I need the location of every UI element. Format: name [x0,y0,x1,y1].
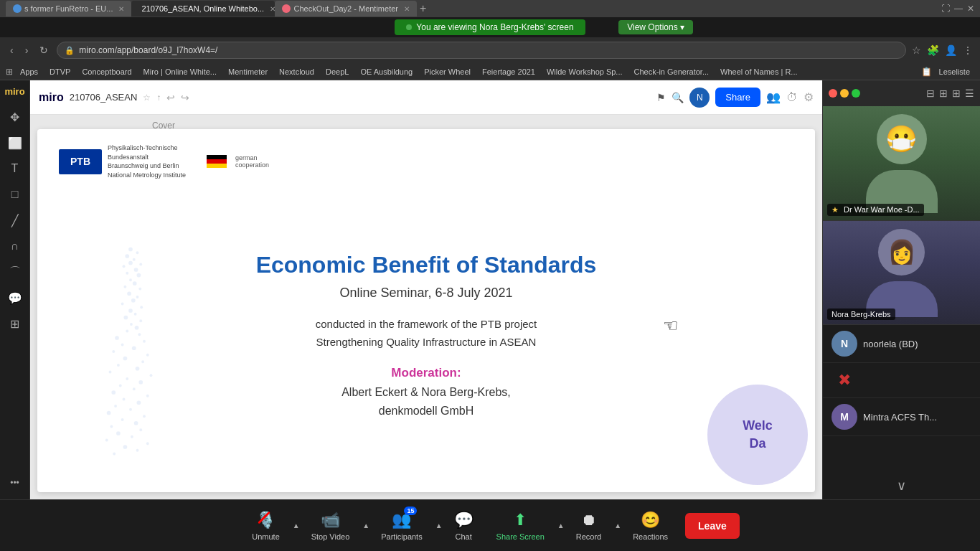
bookmark-apps[interactable]: Apps [16,66,42,77]
record-arrow[interactable]: ▲ [614,522,621,529]
record-button[interactable]: ⏺ Record [565,505,613,547]
chat-button[interactable]: 💬 Chat [443,505,485,547]
board-zoom-icon[interactable]: 🔍 [672,92,684,103]
browser-chrome: s former FunRetro - EU... ✕ 210706_ASEAN… [0,0,980,17]
board-undo-icon[interactable]: ↩ [166,92,175,103]
board-user-avatar[interactable]: N [689,88,710,108]
tool-select[interactable]: ✥ [4,105,27,128]
show-more-participants-button[interactable]: ∨ [823,472,980,499]
board-redo-icon[interactable]: ↪ [181,92,189,103]
bookmark-conceptboard[interactable]: Conceptboard [77,66,136,77]
tab-mentimeter[interactable]: CheckOut_Day2 - Mentimeter ✕ [275,1,417,17]
bookmark-wilde[interactable]: Wilde Workshop Sp... [542,66,627,77]
tab-close-funretro[interactable]: ✕ [118,5,124,13]
svg-point-21 [124,316,128,320]
bookmark-nextcloud[interactable]: Nextcloud [275,66,319,77]
miro-container: miro 210706_ASEAN ☆ ↑ ↩ ↪ ⚑ 🔍 N Share 👥 … [30,80,822,499]
share-screen-button[interactable]: ⬆ Share Screen [485,505,556,547]
svg-point-39 [126,377,128,380]
back-button[interactable]: ‹ [7,43,17,57]
bookmark-deepl[interactable]: DeepL [321,66,353,77]
address-bar[interactable]: 🔒 miro.com/app/board/o9J_l7hoxW4=/ [57,42,906,59]
new-tab-button[interactable]: + [420,2,426,15]
svg-point-9 [137,273,141,278]
tool-sticky[interactable]: ⌒ [4,260,27,283]
extension-icon[interactable]: 🧩 [927,44,939,56]
apps-icon[interactable]: ⊞ [6,67,13,77]
unmute-arrow[interactable]: ▲ [293,522,300,529]
bookmark-miro[interactable]: Miro | Online White... [139,66,222,77]
tab-miro[interactable]: 210706_ASEAN, Online Whitebo... ✕ [131,1,275,17]
slide-card: PTB Physikalisch-Technische Bundesanstal… [37,129,815,492]
tool-shape[interactable]: □ [4,183,27,206]
board-timer-icon[interactable]: ⏱ [786,91,798,104]
leave-button[interactable]: Leave [685,513,740,539]
board-name[interactable]: 210706_ASEAN [70,92,138,103]
forward-button[interactable]: › [22,43,32,57]
tool-frame[interactable]: ⬜ [4,131,27,154]
view-options-button[interactable]: View Options ▾ [618,20,693,34]
zoom-layout-icon-1[interactable]: ⊟ [926,88,935,99]
board-share-icon[interactable]: ↑ [156,93,161,103]
star-icon[interactable]: ☆ [912,44,921,56]
miro-canvas[interactable]: Cover PTB Physikalisch-Technische Bundes… [30,115,822,499]
reload-button[interactable]: ↻ [37,43,51,57]
bookmark-checkin[interactable]: Check-in Generator... [630,66,714,77]
svg-point-59 [123,445,128,449]
menu-icon[interactable]: ⋮ [963,44,973,56]
screen-share-bar: You are viewing Nora Berg-Krebs' screen … [0,17,980,37]
bookmark-dtvp[interactable]: DTVP [45,66,75,77]
svg-point-26 [138,333,141,336]
share-screen-arrow[interactable]: ▲ [557,522,565,529]
zoom-minimize-button[interactable] [840,89,849,98]
svg-point-56 [131,435,133,438]
participants-arrow[interactable]: ▲ [435,522,443,529]
miro-share-button[interactable]: Share [715,88,760,107]
bookmark-picker[interactable]: Picker Wheel [420,66,475,77]
zoom-maximize-button[interactable] [852,89,860,98]
svg-point-28 [143,340,146,343]
bookmark-wheel[interactable]: Wheel of Names | R... [716,66,801,77]
tool-line[interactable]: ╱ [4,209,27,232]
tab-close-miro[interactable]: ✕ [270,5,275,13]
fullscreen-icon[interactable]: ⛶ [941,4,950,14]
close-browser-icon[interactable]: ✕ [967,4,974,14]
stop-video-button[interactable]: 📹 Stop Video [300,505,362,547]
tool-connector[interactable]: ∩ [4,235,27,258]
tab-close-mentimeter[interactable]: ✕ [404,5,410,13]
board-follow-icon[interactable]: ⚑ [656,92,666,103]
svg-point-38 [150,374,153,377]
chat-label: Chat [455,532,471,541]
tab-funretro[interactable]: s former FunRetro - EU... ✕ [6,1,131,17]
slide-moderation: Moderation: [256,366,597,380]
tool-text[interactable]: T [4,157,27,180]
profile-icon[interactable]: 👤 [945,44,957,56]
ptb-full-name: Physikalisch-Technische BundesanstaltBra… [108,143,201,179]
zoom-layout-icon-4[interactable]: ☰ [965,88,974,99]
svg-point-20 [134,313,137,316]
participants-button[interactable]: 👥 15 Participants [369,505,433,547]
reading-list-icon[interactable]: 📋 [921,67,932,77]
slide-title: Economic Benefit of Standards [256,252,597,278]
unmute-button[interactable]: 🎙️ Unmute [240,505,291,547]
bookmark-oe[interactable]: OE Ausbildung [356,66,417,77]
svg-point-32 [146,354,149,357]
bookmark-feiertage[interactable]: Feiertage 2021 [478,66,540,77]
zoom-layout-icon-2[interactable]: ⊞ [939,88,948,99]
tool-more[interactable]: ••• [10,478,19,488]
tool-comment[interactable]: 💬 [4,286,27,309]
video-arrow[interactable]: ▲ [362,522,369,529]
reactions-button[interactable]: 😊 Reactions [621,505,679,547]
bookmark-mentimeter[interactable]: Mentimeter [224,66,272,77]
zoom-layout-icon-3[interactable]: ⊞ [952,88,961,99]
board-settings-icon[interactable]: ⚙ [804,90,814,104]
svg-point-60 [136,449,139,452]
participant-video-1: 😷 ★ Dr War War Moe -D... [823,106,980,221]
zoom-close-button[interactable] [829,89,837,98]
board-collab-icon[interactable]: 👥 [766,90,781,104]
bookmark-leseliste[interactable]: Leseliste [935,66,974,77]
svg-point-41 [119,385,122,387]
tool-template[interactable]: ⊞ [4,312,27,335]
board-star-icon[interactable]: ☆ [143,93,151,103]
minimize-icon[interactable]: — [954,4,963,14]
